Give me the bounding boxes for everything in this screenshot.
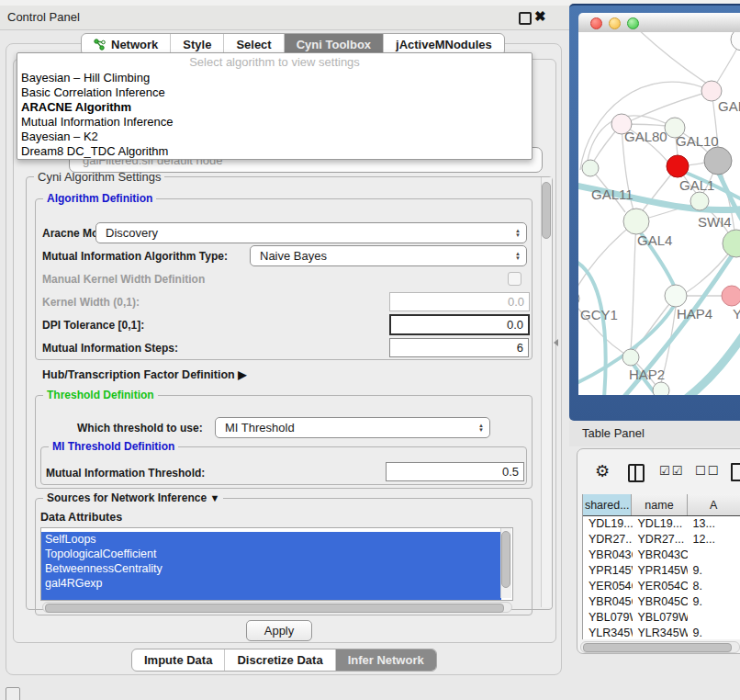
- tab-discretize-data[interactable]: Discretize Data: [225, 649, 335, 671]
- which-threshold-combobox[interactable]: MI Threshold ▲▼: [215, 417, 490, 438]
- mi-threshold-input[interactable]: 0.5: [386, 462, 524, 481]
- network-node[interactable]: [623, 209, 649, 234]
- network-node[interactable]: [723, 230, 740, 257]
- node-table[interactable]: shared...nameA YDL19...YDL19...13...YDR2…: [582, 494, 740, 639]
- algorithm-option[interactable]: Basic Correlation Inference: [17, 85, 532, 100]
- table-cell: YBL079W: [633, 610, 688, 626]
- settings-scrollbar-track[interactable]: [541, 177, 552, 607]
- network-node-label: SWI4: [698, 214, 732, 230]
- algorithm-dropdown-list: Bayesian – Hill ClimbingBasic Correlatio…: [17, 71, 532, 159]
- table-row[interactable]: YER054CYER054C8.: [583, 579, 740, 594]
- mi-type-combobox[interactable]: Naive Bayes ▲▼: [250, 245, 527, 266]
- table-row[interactable]: YDL19...YDL19...13...: [583, 516, 740, 532]
- attribute-item[interactable]: SelfLoops: [41, 532, 501, 547]
- gear-icon[interactable]: ⚙: [595, 461, 610, 481]
- checked-pair-icon[interactable]: ☑☑: [659, 464, 684, 478]
- network-node[interactable]: [704, 147, 732, 175]
- table-cell: YBR045C: [583, 594, 633, 610]
- table-cell: 9.: [688, 626, 740, 639]
- network-highlight-edges: [578, 170, 740, 395]
- data-attributes-list[interactable]: SelfLoopsTopologicalCoefficientBetweenne…: [40, 527, 513, 601]
- table-row[interactable]: YLR345WYLR345W9.: [583, 626, 740, 639]
- attribute-item-partial[interactable]: [41, 591, 501, 601]
- control-panel-titlebar: [0, 6, 569, 30]
- float-panel-icon[interactable]: [519, 12, 532, 25]
- network-node[interactable]: [665, 285, 687, 307]
- minimized-panel-icon[interactable]: [6, 687, 20, 700]
- split-panel-icon[interactable]: [628, 464, 645, 482]
- file-icon[interactable]: [731, 463, 740, 481]
- window-close-icon[interactable]: [590, 17, 602, 29]
- which-threshold-value: MI Threshold: [216, 421, 473, 435]
- table-cell: YPR145W: [633, 563, 688, 579]
- close-panel-icon[interactable]: ✖: [534, 8, 546, 25]
- unchecked-pair-icon[interactable]: ☐☐: [695, 464, 720, 478]
- table-row[interactable]: YBR045CYBR045C9.: [583, 594, 740, 610]
- table-hscrollbar-track[interactable]: [580, 641, 740, 653]
- hub-definition-expander[interactable]: Hub/Transcription Factor Definition ▶: [42, 368, 246, 381]
- attributes-hscrollbar-track[interactable]: [42, 602, 512, 613]
- mi-type-label: Mutual Information Algorithm Type:: [42, 250, 228, 263]
- algorithm-dropdown[interactable]: Select algorithm to view settings Bayesi…: [17, 52, 533, 160]
- sources-title: Sources for Network Inference: [47, 491, 207, 504]
- network-canvas[interactable]: GALGAL80GAL10GAL1GAL11SWI4GAL4GCY1HAP4YH…: [578, 32, 740, 395]
- apply-button[interactable]: Apply: [246, 620, 312, 641]
- kernel-width-input[interactable]: 0.0: [389, 292, 530, 311]
- column-header[interactable]: name: [632, 494, 687, 515]
- attribute-item[interactable]: BetweennessCentrality: [41, 561, 501, 576]
- dpi-tolerance-value: 0.0: [507, 318, 523, 332]
- table-header-row: shared...nameA: [583, 494, 740, 516]
- network-node[interactable]: [722, 286, 740, 306]
- column-header[interactable]: shared...: [583, 494, 632, 515]
- network-view-window: GALGAL80GAL10GAL1GAL11SWI4GAL4GCY1HAP4YH…: [569, 4, 740, 421]
- settings-scrollbar-thumb[interactable]: [542, 182, 551, 239]
- attribute-item[interactable]: TopologicalCoefficient: [41, 547, 501, 561]
- tab-impute-data-label: Impute Data: [144, 653, 212, 667]
- manual-kernel-label: Manual Kernel Width Definition: [42, 273, 205, 286]
- algorithm-option[interactable]: Dream8 DC_TDC Algorithm: [17, 144, 532, 159]
- window-minimize-icon[interactable]: [609, 17, 621, 29]
- table-row[interactable]: YPR145WYPR145W9.: [583, 563, 740, 579]
- apply-button-label: Apply: [264, 624, 295, 638]
- stepper-arrows-icon: ▲▼: [510, 229, 526, 238]
- aracne-mode-combobox[interactable]: Discovery ▲▼: [95, 222, 527, 243]
- algorithm-option[interactable]: Bayesian – Hill Climbing: [17, 71, 532, 85]
- attributes-scrollbar-thumb[interactable]: [501, 531, 510, 588]
- network-node[interactable]: [667, 155, 689, 177]
- tab-infer-network-label: Infer Network: [348, 653, 424, 667]
- mi-threshold-label: Mutual Information Threshold:: [46, 467, 205, 480]
- splitter-collapse-handle[interactable]: [554, 339, 558, 346]
- algorithm-option[interactable]: ARACNE Algorithm: [17, 100, 532, 115]
- network-node[interactable]: [578, 290, 579, 307]
- network-node-label: GAL: [718, 98, 740, 114]
- window-zoom-icon[interactable]: [627, 17, 639, 29]
- network-node[interactable]: [653, 382, 669, 395]
- table-row[interactable]: YBL079WYBL079W: [583, 610, 740, 626]
- network-node[interactable]: [622, 349, 639, 366]
- column-header[interactable]: A: [688, 494, 740, 515]
- algorithm-option[interactable]: Mutual Information Inference: [17, 115, 532, 130]
- stepper-arrows-icon: ▲▼: [473, 423, 489, 433]
- tab-network-label: Network: [111, 38, 158, 51]
- mi-steps-input[interactable]: 6: [389, 338, 529, 357]
- table-row[interactable]: YDR27...YDR27...12...: [583, 532, 740, 548]
- algorithm-option[interactable]: Bayesian – K2: [17, 130, 532, 144]
- network-node[interactable]: [731, 32, 740, 51]
- attributes-hscrollbar-thumb[interactable]: [45, 604, 504, 613]
- network-window-titlebar[interactable]: [578, 13, 740, 33]
- network-node[interactable]: [690, 192, 709, 210]
- sources-title-row[interactable]: Sources for Network Inference ▼: [43, 491, 223, 504]
- table-hscrollbar-thumb[interactable]: [583, 643, 732, 652]
- tab-infer-network[interactable]: Infer Network: [336, 649, 436, 671]
- network-node-label: GCY1: [580, 307, 618, 322]
- table-cell: YBR043C: [633, 548, 688, 563]
- table-row[interactable]: YBR043CYBR043C: [583, 548, 740, 563]
- dpi-tolerance-input[interactable]: 0.0: [389, 314, 530, 335]
- manual-kernel-checkbox[interactable]: [508, 272, 521, 286]
- tab-impute-data[interactable]: Impute Data: [132, 649, 225, 671]
- table-cell: YDL19...: [583, 516, 633, 532]
- network-node[interactable]: [582, 160, 599, 176]
- attribute-item[interactable]: gal4RGexp: [41, 576, 501, 591]
- expand-right-icon: ▶: [238, 368, 246, 381]
- table-cell: 12...: [688, 532, 740, 548]
